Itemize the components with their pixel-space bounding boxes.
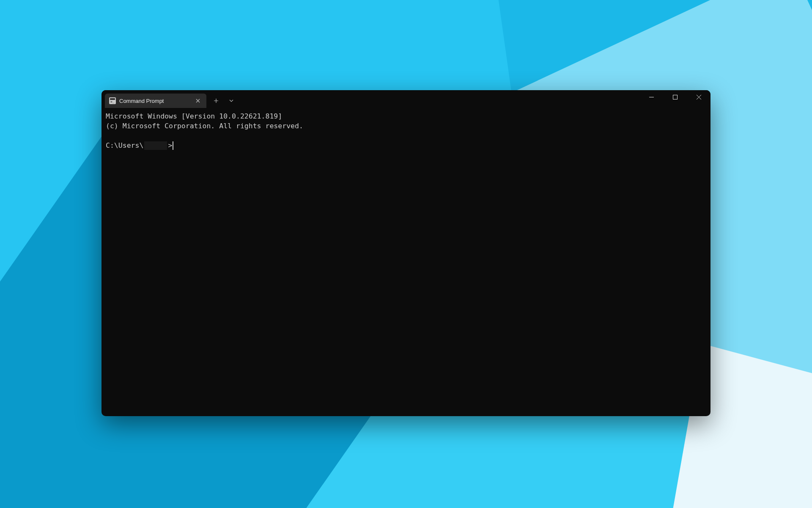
chevron-down-icon [229,99,233,102]
tab-command-prompt[interactable]: Command Prompt [105,94,206,108]
prompt-prefix: C:\Users\ [106,141,143,150]
terminal-window: Command Prompt Microsoft Window [102,90,710,416]
minimize-icon [649,95,654,99]
tab-title: Command Prompt [119,98,190,104]
prompt-line: C:\Users\> [106,141,706,150]
text-cursor [173,141,173,150]
maximize-icon [673,95,678,99]
maximize-button[interactable] [663,90,687,104]
terminal-output[interactable]: Microsoft Windows [Version 10.0.22621.81… [102,108,710,416]
minimize-button[interactable] [639,90,663,104]
tab-dropdown-button[interactable] [224,94,239,107]
cmd-icon [109,97,116,104]
close-icon [697,95,701,99]
terminal-line: Microsoft Windows [Version 10.0.22621.81… [106,112,282,120]
redacted-username [144,141,167,150]
titlebar[interactable]: Command Prompt [102,90,710,108]
tab-close-button[interactable] [194,97,202,105]
new-tab-button[interactable] [209,94,223,107]
close-icon [196,99,200,103]
svg-rect-0 [673,95,677,99]
prompt-suffix: > [168,141,172,150]
terminal-line: (c) Microsoft Corporation. All rights re… [106,122,303,130]
plus-icon [214,98,219,103]
close-button[interactable] [687,90,710,104]
